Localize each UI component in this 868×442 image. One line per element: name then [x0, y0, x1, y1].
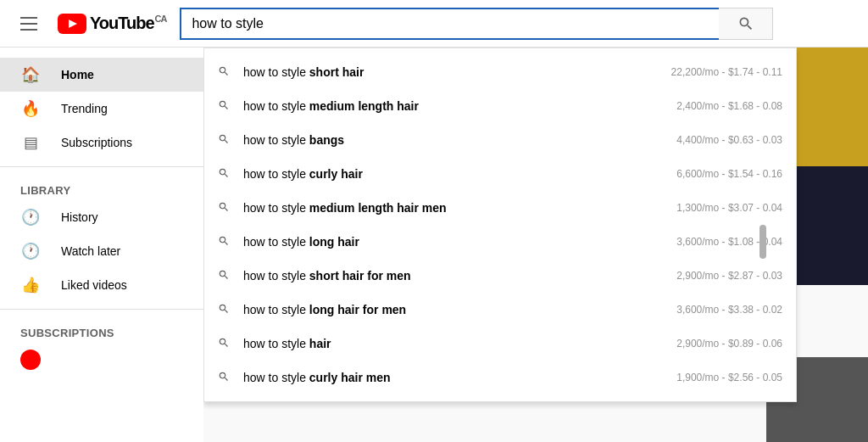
dropdown-search-icon — [218, 303, 233, 317]
subscriptions-icon: ▤ — [20, 133, 41, 152]
dropdown-search-icon — [218, 99, 233, 114]
home-icon: 🏠 — [20, 65, 41, 84]
dropdown-item-text: how to style short hair for men — [243, 269, 659, 283]
dropdown-item-meta: 1,300/mo - $3.07 - 0.04 — [676, 202, 782, 214]
dropdown-item[interactable]: how to style short hair for men2,900/mo … — [204, 259, 796, 293]
search-icon — [737, 15, 754, 32]
dropdown-item-meta: 22,200/mo - $1.74 - 0.11 — [671, 66, 782, 78]
dropdown-item[interactable]: how to style long hair for men3,600/mo -… — [204, 293, 796, 327]
dropdown-item-meta: 2,900/mo - $2.87 - 0.03 — [676, 270, 782, 282]
sidebar-divider-2 — [0, 309, 203, 310]
dropdown-search-icon — [218, 65, 233, 80]
history-icon: 🕐 — [20, 208, 41, 227]
sidebar-item-subscriptions-label: Subscriptions — [61, 136, 132, 149]
dropdown-item[interactable]: how to style curly hair men1,900/mo - $2… — [204, 361, 796, 394]
scrollbar-handle[interactable] — [760, 225, 766, 259]
sidebar-item-home[interactable]: 🏠 Home — [0, 58, 203, 92]
liked-videos-icon: 👍 — [20, 276, 41, 294]
hamburger-menu[interactable] — [14, 10, 44, 37]
dropdown-search-icon — [218, 133, 233, 148]
sidebar-item-sub-channel[interactable] — [0, 343, 203, 377]
dropdown-item-text: how to style long hair for men — [243, 303, 659, 316]
sidebar-item-subscriptions[interactable]: ▤ Subscriptions — [0, 126, 203, 159]
logo-text: YouTubeCA — [90, 14, 166, 33]
sidebar-divider-1 — [0, 166, 203, 167]
sidebar-item-history[interactable]: 🕐 History — [0, 200, 203, 234]
logo[interactable]: YouTubeCA — [58, 14, 166, 34]
dropdown-item-text: how to style medium length hair men — [243, 201, 659, 215]
dropdown-item-text: how to style curly hair men — [243, 371, 659, 384]
sidebar-item-liked-videos[interactable]: 👍 Liked videos — [0, 268, 203, 302]
dropdown-item[interactable]: how to style bangs4,400/mo - $0.63 - 0.0… — [204, 123, 796, 157]
dropdown-search-icon — [218, 337, 233, 351]
dropdown-item-text: how to style hair — [243, 337, 659, 350]
dropdown-search-icon — [218, 371, 233, 385]
dropdown-item-meta: 3,600/mo - $1.08 - 0.04 — [676, 236, 782, 248]
search-input[interactable] — [180, 8, 719, 40]
dropdown-item-meta: 2,400/mo - $1.68 - 0.08 — [676, 100, 782, 112]
main-layout: 🏠 Home 🔥 Trending ▤ Subscriptions LIBRAR… — [0, 48, 868, 442]
sidebar: 🏠 Home 🔥 Trending ▤ Subscriptions LIBRAR… — [0, 48, 203, 442]
header: YouTubeCA — [0, 0, 868, 48]
dropdown-items-list: how to style short hair22,200/mo - $1.74… — [204, 55, 796, 394]
search-button[interactable] — [719, 8, 773, 40]
dropdown-item-meta: 2,900/mo - $0.89 - 0.06 — [676, 338, 782, 350]
dropdown-item-meta: 4,400/mo - $0.63 - 0.03 — [676, 134, 782, 146]
dropdown-item[interactable]: how to style short hair22,200/mo - $1.74… — [204, 55, 796, 89]
dropdown-item[interactable]: how to style curly hair6,600/mo - $1.54 … — [204, 157, 796, 191]
sidebar-item-home-label: Home — [61, 68, 94, 81]
sidebar-item-watch-later[interactable]: 🕐 Watch later — [0, 234, 203, 268]
dropdown-item[interactable]: how to style long hair3,600/mo - $1.08 -… — [204, 225, 796, 259]
dropdown-item[interactable]: how to style hair2,900/mo - $0.89 - 0.06 — [204, 327, 796, 361]
dropdown-item-text: how to style medium length hair — [243, 99, 659, 113]
dropdown-item-text: how to style curly hair — [243, 167, 659, 181]
sidebar-item-watch-later-label: Watch later — [61, 244, 120, 258]
sidebar-item-liked-videos-label: Liked videos — [61, 278, 127, 292]
search-container — [180, 8, 773, 40]
channel-icon — [20, 350, 41, 370]
dropdown-item[interactable]: how to style medium length hair2,400/mo … — [204, 89, 796, 123]
dropdown-search-icon — [218, 269, 233, 283]
dropdown-item-text: how to style short hair — [243, 65, 654, 79]
youtube-logo-icon — [58, 14, 86, 34]
trending-icon: 🔥 — [20, 99, 41, 118]
dropdown-search-icon — [218, 167, 233, 182]
dropdown-item-meta: 6,600/mo - $1.54 - 0.16 — [676, 168, 782, 180]
library-section-label: LIBRARY — [0, 174, 203, 200]
dropdown-item-meta: 3,600/mo - $3.38 - 0.02 — [676, 304, 782, 316]
dropdown-search-icon — [218, 201, 233, 215]
sidebar-item-trending-label: Trending — [61, 102, 108, 115]
dropdown-item-meta: 1,900/mo - $2.56 - 0.05 — [676, 372, 782, 383]
dropdown-item[interactable]: how to style medium length hair men1,300… — [204, 191, 796, 225]
search-dropdown: how to style short hair22,200/mo - $1.74… — [203, 48, 797, 402]
sidebar-item-trending[interactable]: 🔥 Trending — [0, 92, 203, 126]
subscriptions-section-label: SUBSCRIPTIONS — [0, 316, 203, 343]
sidebar-item-history-label: History — [61, 210, 98, 224]
dropdown-item-text: how to style long hair — [243, 235, 659, 249]
watch-later-icon: 🕐 — [20, 242, 41, 260]
content-area: how to style short hair22,200/mo - $1.74… — [203, 48, 868, 442]
dropdown-search-icon — [218, 235, 233, 249]
dropdown-item-text: how to style bangs — [243, 133, 659, 147]
